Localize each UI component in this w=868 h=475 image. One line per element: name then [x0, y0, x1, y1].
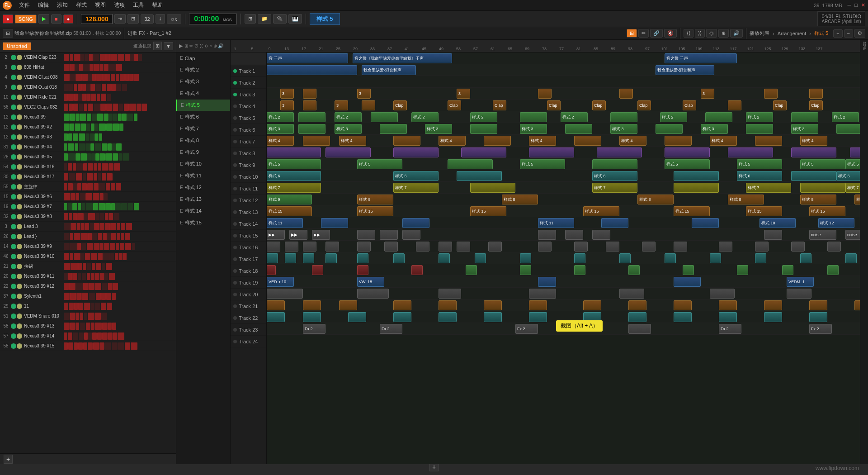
clip-block[interactable] [439, 300, 457, 310]
channel-row[interactable]: 55 主旋律 [0, 182, 176, 192]
clip-block[interactable] [267, 300, 285, 310]
channel-row[interactable]: 12 Nexus3.39 #3 [0, 132, 176, 142]
clip-block[interactable] [619, 253, 631, 263]
track-lane[interactable]: 样式 5样式 5样式 5样式 5样式 5样式 5样式 5 [267, 158, 868, 170]
track-header-row[interactable]: Track 6 [231, 124, 266, 136]
clip-block[interactable] [321, 218, 348, 228]
ch-mute-btn[interactable] [17, 154, 22, 160]
song-mode-btn[interactable]: SONG [15, 14, 37, 24]
ch-power-btn[interactable] [11, 333, 16, 339]
menu-file[interactable]: 文件 [15, 0, 33, 10]
record-toggle-btn[interactable]: ● [63, 14, 74, 24]
clip-block[interactable] [764, 89, 778, 99]
clip-block[interactable] [303, 242, 316, 252]
ch-mute-btn[interactable] [17, 95, 22, 100]
clip-block[interactable] [565, 124, 592, 134]
clip-block[interactable] [809, 89, 823, 99]
clip-block[interactable] [439, 253, 450, 263]
clip-block[interactable] [285, 253, 296, 263]
clip-block[interactable] [267, 242, 280, 252]
clip-block[interactable]: VW..18 [357, 277, 384, 287]
clip-block[interactable]: 样式 2 [832, 112, 859, 122]
ch-mute-btn[interactable] [17, 134, 22, 140]
ch-mute-btn[interactable] [17, 75, 22, 80]
channel-row[interactable]: 20 Nexus3.39 #11 [0, 271, 176, 281]
ch-power-btn[interactable] [11, 294, 16, 299]
clip-block[interactable]: 样式 5 [357, 159, 402, 169]
clip-block[interactable] [665, 253, 676, 263]
track-header-row[interactable]: Track 24 [231, 336, 266, 347]
channel-row[interactable]: 46 Nexus3.39 #10 [0, 252, 176, 261]
channel-row[interactable]: 2 VEDM Clap 023 [0, 52, 176, 62]
clip-block[interactable]: 样式 2 [660, 112, 687, 122]
unsorted-tab[interactable]: Unsorted [3, 42, 31, 50]
channel-row[interactable]: 3 Lead 3 [0, 222, 176, 232]
clip-block[interactable]: 样式 10 [760, 218, 796, 228]
clip-block[interactable]: 3 [280, 89, 294, 99]
clip-block[interactable] [800, 253, 811, 263]
clip-block[interactable] [470, 124, 497, 134]
tempo-display[interactable]: 128.000 [81, 14, 113, 24]
clip-block[interactable]: 样式 4 [619, 136, 646, 146]
clip-block[interactable] [710, 289, 735, 299]
clip-block[interactable] [574, 265, 585, 275]
clip-block[interactable] [484, 300, 502, 310]
track-lane[interactable]: VED..r 10VW..18VEDM..1 [267, 276, 868, 288]
clip-block[interactable]: 样式 8 [728, 195, 764, 204]
note-btn[interactable]: ♩ [156, 14, 165, 24]
clip-block[interactable]: 样式 9 [267, 195, 312, 204]
clip-block[interactable] [601, 218, 628, 228]
track-lane[interactable]: 样式 4样式 4样式 4样式 4样式 4样式 4样式 4 [267, 135, 868, 147]
clip-block[interactable]: 样式 15 [746, 206, 782, 216]
clip-block[interactable] [692, 218, 719, 228]
clip-block[interactable] [583, 312, 601, 322]
arr-select-btn[interactable]: ⊞ [627, 29, 637, 38]
clip-block[interactable]: 样式 4 [339, 136, 366, 146]
clip-block[interactable]: 样式 15 [470, 206, 506, 216]
close-btn[interactable]: ✕ [861, 2, 865, 8]
channel-row[interactable]: 57 Nexus3.39 #14 [0, 331, 176, 341]
clip-block[interactable] [303, 300, 321, 310]
clip-block[interactable]: Fx 2 [380, 324, 402, 334]
app-logo[interactable]: FL [3, 1, 12, 10]
clip-block[interactable] [710, 253, 721, 263]
clip-block[interactable] [574, 242, 588, 252]
clip-block[interactable] [380, 230, 398, 240]
menu-add[interactable]: 添加 [53, 0, 71, 10]
clip-block[interactable] [529, 289, 556, 299]
clip-block[interactable] [538, 242, 552, 252]
channel-collapse-btn[interactable]: ▼ [164, 42, 173, 50]
ch-mute-btn[interactable] [17, 204, 22, 209]
channel-row[interactable]: 58 Nexus3.39 #15 [0, 341, 176, 351]
ch-power-btn[interactable] [11, 65, 16, 70]
pattern-item[interactable]: E样式 3 [176, 76, 230, 88]
clip-block[interactable] [809, 300, 827, 310]
pattern-item[interactable]: E样式 9 [176, 147, 230, 158]
pattern-item[interactable]: E样式 12 [176, 182, 230, 194]
clip-block[interactable] [538, 89, 552, 99]
ch-power-btn[interactable] [11, 204, 16, 209]
clip-block[interactable] [416, 242, 429, 252]
clip-block[interactable] [656, 124, 683, 134]
clip-block[interactable] [619, 89, 633, 99]
ch-mute-btn[interactable] [17, 314, 22, 319]
channel-row[interactable]: 12 Nexus3.39 [0, 112, 176, 122]
track-lane[interactable] [267, 147, 868, 158]
clip-block[interactable] [827, 265, 839, 275]
pattern-item[interactable]: EClap [176, 52, 230, 64]
clip-block[interactable] [393, 147, 439, 157]
clip-block[interactable] [574, 253, 585, 263]
track-header-row[interactable]: Track 9 [231, 159, 266, 171]
ch-power-btn[interactable] [11, 134, 16, 140]
pattern-item[interactable]: E样式 15 [176, 217, 230, 229]
clip-block[interactable]: 样式 11 [538, 218, 574, 228]
channel-row[interactable]: 15 Nexus3.39 #6 [0, 192, 176, 202]
clip-block[interactable]: 样式 3 [425, 124, 452, 134]
pattern-item[interactable]: E样式 6 [176, 111, 230, 123]
clip-block[interactable] [298, 124, 326, 134]
clip-block[interactable]: 3 [335, 100, 348, 110]
arr-mute-btn[interactable]: 🔇 [664, 29, 677, 38]
clip-block[interactable] [357, 289, 389, 299]
clip-block[interactable] [628, 324, 651, 334]
pattern-item[interactable]: E样式 8 [176, 135, 230, 147]
